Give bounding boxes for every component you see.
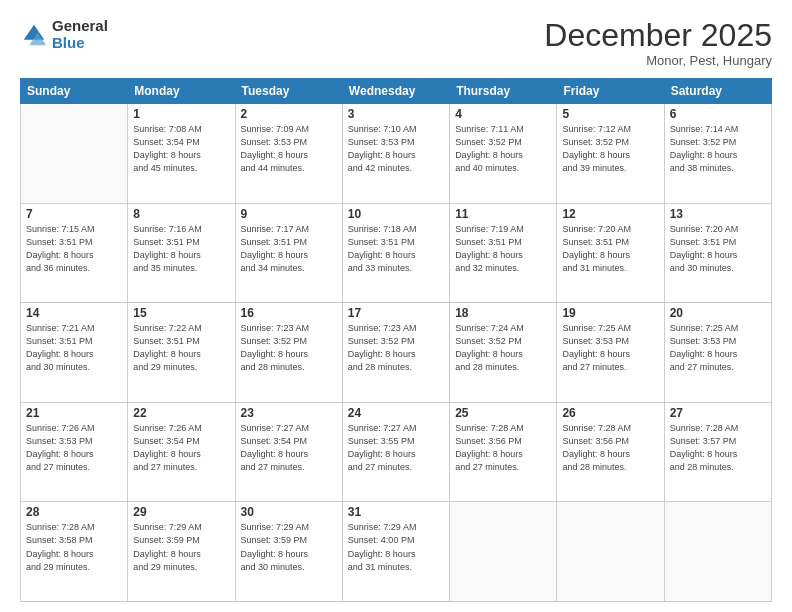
table-row: 22Sunrise: 7:26 AM Sunset: 3:54 PM Dayli… bbox=[128, 402, 235, 502]
day-number: 13 bbox=[670, 207, 766, 221]
title-block: December 2025 Monor, Pest, Hungary bbox=[544, 18, 772, 68]
day-number: 14 bbox=[26, 306, 122, 320]
table-row: 25Sunrise: 7:28 AM Sunset: 3:56 PM Dayli… bbox=[450, 402, 557, 502]
table-row: 11Sunrise: 7:19 AM Sunset: 3:51 PM Dayli… bbox=[450, 203, 557, 303]
day-info: Sunrise: 7:28 AM Sunset: 3:56 PM Dayligh… bbox=[455, 422, 551, 474]
day-info: Sunrise: 7:22 AM Sunset: 3:51 PM Dayligh… bbox=[133, 322, 229, 374]
day-info: Sunrise: 7:10 AM Sunset: 3:53 PM Dayligh… bbox=[348, 123, 444, 175]
day-info: Sunrise: 7:23 AM Sunset: 3:52 PM Dayligh… bbox=[348, 322, 444, 374]
day-info: Sunrise: 7:21 AM Sunset: 3:51 PM Dayligh… bbox=[26, 322, 122, 374]
calendar-table: Sunday Monday Tuesday Wednesday Thursday… bbox=[20, 78, 772, 602]
day-number: 9 bbox=[241, 207, 337, 221]
day-info: Sunrise: 7:24 AM Sunset: 3:52 PM Dayligh… bbox=[455, 322, 551, 374]
table-row: 9Sunrise: 7:17 AM Sunset: 3:51 PM Daylig… bbox=[235, 203, 342, 303]
day-info: Sunrise: 7:20 AM Sunset: 3:51 PM Dayligh… bbox=[562, 223, 658, 275]
col-sunday: Sunday bbox=[21, 79, 128, 104]
calendar-week-row: 7Sunrise: 7:15 AM Sunset: 3:51 PM Daylig… bbox=[21, 203, 772, 303]
day-info: Sunrise: 7:09 AM Sunset: 3:53 PM Dayligh… bbox=[241, 123, 337, 175]
table-row: 12Sunrise: 7:20 AM Sunset: 3:51 PM Dayli… bbox=[557, 203, 664, 303]
day-number: 6 bbox=[670, 107, 766, 121]
col-saturday: Saturday bbox=[664, 79, 771, 104]
table-row: 18Sunrise: 7:24 AM Sunset: 3:52 PM Dayli… bbox=[450, 303, 557, 403]
logo: General Blue bbox=[20, 18, 108, 51]
day-info: Sunrise: 7:18 AM Sunset: 3:51 PM Dayligh… bbox=[348, 223, 444, 275]
day-info: Sunrise: 7:25 AM Sunset: 3:53 PM Dayligh… bbox=[562, 322, 658, 374]
logo-blue-text: Blue bbox=[52, 35, 108, 52]
table-row: 16Sunrise: 7:23 AM Sunset: 3:52 PM Dayli… bbox=[235, 303, 342, 403]
day-info: Sunrise: 7:28 AM Sunset: 3:58 PM Dayligh… bbox=[26, 521, 122, 573]
table-row bbox=[450, 502, 557, 602]
calendar-week-row: 1Sunrise: 7:08 AM Sunset: 3:54 PM Daylig… bbox=[21, 104, 772, 204]
table-row: 24Sunrise: 7:27 AM Sunset: 3:55 PM Dayli… bbox=[342, 402, 449, 502]
day-number: 28 bbox=[26, 505, 122, 519]
day-number: 12 bbox=[562, 207, 658, 221]
table-row: 5Sunrise: 7:12 AM Sunset: 3:52 PM Daylig… bbox=[557, 104, 664, 204]
month-title: December 2025 bbox=[544, 18, 772, 53]
day-number: 26 bbox=[562, 406, 658, 420]
calendar-week-row: 14Sunrise: 7:21 AM Sunset: 3:51 PM Dayli… bbox=[21, 303, 772, 403]
day-number: 5 bbox=[562, 107, 658, 121]
day-number: 20 bbox=[670, 306, 766, 320]
day-number: 15 bbox=[133, 306, 229, 320]
table-row: 29Sunrise: 7:29 AM Sunset: 3:59 PM Dayli… bbox=[128, 502, 235, 602]
logo-general-text: General bbox=[52, 18, 108, 35]
table-row: 27Sunrise: 7:28 AM Sunset: 3:57 PM Dayli… bbox=[664, 402, 771, 502]
day-number: 25 bbox=[455, 406, 551, 420]
day-info: Sunrise: 7:14 AM Sunset: 3:52 PM Dayligh… bbox=[670, 123, 766, 175]
day-number: 16 bbox=[241, 306, 337, 320]
table-row: 19Sunrise: 7:25 AM Sunset: 3:53 PM Dayli… bbox=[557, 303, 664, 403]
day-number: 22 bbox=[133, 406, 229, 420]
table-row: 28Sunrise: 7:28 AM Sunset: 3:58 PM Dayli… bbox=[21, 502, 128, 602]
table-row: 21Sunrise: 7:26 AM Sunset: 3:53 PM Dayli… bbox=[21, 402, 128, 502]
day-info: Sunrise: 7:28 AM Sunset: 3:56 PM Dayligh… bbox=[562, 422, 658, 474]
logo-icon bbox=[20, 21, 48, 49]
day-number: 17 bbox=[348, 306, 444, 320]
day-info: Sunrise: 7:27 AM Sunset: 3:55 PM Dayligh… bbox=[348, 422, 444, 474]
table-row: 26Sunrise: 7:28 AM Sunset: 3:56 PM Dayli… bbox=[557, 402, 664, 502]
day-number: 29 bbox=[133, 505, 229, 519]
location: Monor, Pest, Hungary bbox=[544, 53, 772, 68]
day-number: 30 bbox=[241, 505, 337, 519]
day-number: 7 bbox=[26, 207, 122, 221]
calendar-week-row: 21Sunrise: 7:26 AM Sunset: 3:53 PM Dayli… bbox=[21, 402, 772, 502]
day-number: 19 bbox=[562, 306, 658, 320]
table-row: 6Sunrise: 7:14 AM Sunset: 3:52 PM Daylig… bbox=[664, 104, 771, 204]
day-number: 2 bbox=[241, 107, 337, 121]
page: General Blue December 2025 Monor, Pest, … bbox=[0, 0, 792, 612]
table-row bbox=[21, 104, 128, 204]
day-info: Sunrise: 7:25 AM Sunset: 3:53 PM Dayligh… bbox=[670, 322, 766, 374]
table-row: 30Sunrise: 7:29 AM Sunset: 3:59 PM Dayli… bbox=[235, 502, 342, 602]
day-info: Sunrise: 7:27 AM Sunset: 3:54 PM Dayligh… bbox=[241, 422, 337, 474]
table-row: 15Sunrise: 7:22 AM Sunset: 3:51 PM Dayli… bbox=[128, 303, 235, 403]
table-row: 4Sunrise: 7:11 AM Sunset: 3:52 PM Daylig… bbox=[450, 104, 557, 204]
calendar-week-row: 28Sunrise: 7:28 AM Sunset: 3:58 PM Dayli… bbox=[21, 502, 772, 602]
table-row: 10Sunrise: 7:18 AM Sunset: 3:51 PM Dayli… bbox=[342, 203, 449, 303]
day-number: 24 bbox=[348, 406, 444, 420]
table-row: 17Sunrise: 7:23 AM Sunset: 3:52 PM Dayli… bbox=[342, 303, 449, 403]
table-row: 20Sunrise: 7:25 AM Sunset: 3:53 PM Dayli… bbox=[664, 303, 771, 403]
day-number: 23 bbox=[241, 406, 337, 420]
table-row bbox=[557, 502, 664, 602]
table-row: 2Sunrise: 7:09 AM Sunset: 3:53 PM Daylig… bbox=[235, 104, 342, 204]
day-info: Sunrise: 7:29 AM Sunset: 3:59 PM Dayligh… bbox=[133, 521, 229, 573]
day-number: 18 bbox=[455, 306, 551, 320]
day-info: Sunrise: 7:29 AM Sunset: 3:59 PM Dayligh… bbox=[241, 521, 337, 573]
day-number: 27 bbox=[670, 406, 766, 420]
col-friday: Friday bbox=[557, 79, 664, 104]
day-number: 11 bbox=[455, 207, 551, 221]
table-row: 8Sunrise: 7:16 AM Sunset: 3:51 PM Daylig… bbox=[128, 203, 235, 303]
day-number: 3 bbox=[348, 107, 444, 121]
col-thursday: Thursday bbox=[450, 79, 557, 104]
day-info: Sunrise: 7:26 AM Sunset: 3:53 PM Dayligh… bbox=[26, 422, 122, 474]
day-number: 1 bbox=[133, 107, 229, 121]
table-row: 7Sunrise: 7:15 AM Sunset: 3:51 PM Daylig… bbox=[21, 203, 128, 303]
day-info: Sunrise: 7:26 AM Sunset: 3:54 PM Dayligh… bbox=[133, 422, 229, 474]
day-info: Sunrise: 7:17 AM Sunset: 3:51 PM Dayligh… bbox=[241, 223, 337, 275]
day-number: 10 bbox=[348, 207, 444, 221]
day-number: 4 bbox=[455, 107, 551, 121]
day-info: Sunrise: 7:11 AM Sunset: 3:52 PM Dayligh… bbox=[455, 123, 551, 175]
table-row: 3Sunrise: 7:10 AM Sunset: 3:53 PM Daylig… bbox=[342, 104, 449, 204]
table-row: 23Sunrise: 7:27 AM Sunset: 3:54 PM Dayli… bbox=[235, 402, 342, 502]
day-number: 21 bbox=[26, 406, 122, 420]
table-row: 1Sunrise: 7:08 AM Sunset: 3:54 PM Daylig… bbox=[128, 104, 235, 204]
